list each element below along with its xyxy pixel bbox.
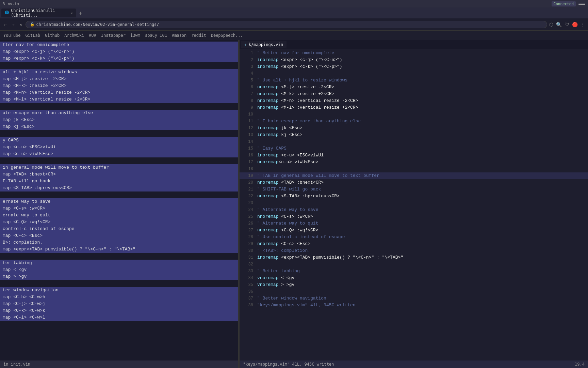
left-code-line bbox=[0, 157, 238, 164]
tab-label: ChristianChiarulli (Christi... bbox=[11, 9, 67, 17]
line-content bbox=[257, 70, 260, 77]
bookmark-item[interactable]: Amazon bbox=[172, 33, 186, 38]
line-number: 33 bbox=[242, 268, 253, 275]
nvim-code-line: 4 bbox=[240, 70, 588, 77]
nvim-label: nv.im bbox=[8, 2, 19, 6]
line-content bbox=[257, 200, 260, 206]
bookmark-item[interactable]: YouTube bbox=[3, 33, 21, 38]
top-bar-right: Connected ▬▬▬ bbox=[552, 1, 585, 6]
tab-bar: 🌐 ChristianChiarulli (Christi... ✕ + bbox=[0, 7, 588, 18]
bookmark-item[interactable]: DeepSpeech... bbox=[211, 33, 243, 38]
nvim-active-tab[interactable]: + k/mappings.vim bbox=[241, 41, 287, 48]
left-code-line: map <expr><TAB> pumvisible() ? "\<C-n>" … bbox=[0, 246, 238, 253]
new-tab-button[interactable]: + bbox=[77, 10, 84, 16]
bookmark-item[interactable]: Github bbox=[45, 33, 60, 38]
line-number: 22 bbox=[242, 193, 253, 200]
line-number: 37 bbox=[242, 295, 253, 302]
left-code-line: F-TAB will go back bbox=[0, 178, 238, 185]
nvim-code-line: 3inoremap <expr> <c-k> ("\<C-p>") bbox=[240, 63, 588, 70]
line-number: 30 bbox=[242, 247, 253, 254]
nvim-code-line: 33" Better tabbing bbox=[240, 268, 588, 275]
line-number: 12 bbox=[242, 125, 253, 132]
left-footer-text: in init.vim bbox=[3, 362, 30, 367]
browser-content-pane: tter nav for omnicompletemap <expr> <c-j… bbox=[0, 40, 238, 368]
left-code-line: ate escape more than anything else bbox=[0, 110, 238, 117]
nvim-code-line: 23 bbox=[240, 200, 588, 206]
nvim-code-line: 14 bbox=[240, 138, 588, 145]
line-content: " Use control-c instead of escape bbox=[257, 234, 345, 241]
left-code-line: map <M-h> :vertical resize -2<CR> bbox=[0, 89, 238, 96]
line-number: 19 bbox=[242, 172, 253, 179]
line-content: nnoremap<c-u> viwU<Esc> bbox=[257, 159, 318, 166]
line-number: 13 bbox=[242, 132, 253, 138]
nvim-code-line: 37" Better window navigation bbox=[240, 295, 588, 302]
line-number: 4 bbox=[242, 70, 253, 77]
line-number: 36 bbox=[242, 288, 253, 295]
left-code-line: map > >gv bbox=[0, 273, 238, 280]
line-number: 20 bbox=[242, 179, 253, 186]
forward-button[interactable]: → bbox=[10, 21, 16, 28]
left-code-line: map jk <Esc> bbox=[0, 117, 238, 123]
line-content: " <TAB>: completion. bbox=[257, 247, 310, 254]
tab-favicon: 🌐 bbox=[5, 11, 9, 15]
neovim-pane: + k/mappings.vim 1" Better nav for omnic… bbox=[240, 40, 588, 368]
left-code-line bbox=[0, 62, 238, 69]
line-content: " Alternate way to save bbox=[257, 206, 318, 213]
left-code-line: alt + hjkl to resize windows bbox=[0, 69, 238, 76]
bookmarks-bar: YouTubeGitLabGithubArchWikiAURInstapaper… bbox=[0, 31, 588, 40]
line-content: " Use alt + hjkl to resize windows bbox=[257, 77, 347, 84]
alert-icon[interactable]: 🔴 bbox=[572, 22, 578, 27]
left-code-line bbox=[0, 130, 238, 137]
left-code-line: map kj <Esc> bbox=[0, 123, 238, 130]
line-content: inoremap <expr> <c-k> ("\<C-p>") bbox=[257, 63, 342, 70]
line-number: 23 bbox=[242, 200, 253, 206]
line-content: inoremap <expr><TAB> pumvisible() ? "\<C… bbox=[257, 254, 403, 261]
bookmark-item[interactable]: AUR bbox=[89, 33, 96, 38]
left-code-content: tter nav for omnicompletemap <expr> <c-j… bbox=[0, 40, 238, 368]
bookmark-item[interactable]: GitLab bbox=[26, 33, 40, 38]
bookmark-item[interactable]: reddit bbox=[191, 33, 206, 38]
reload-button[interactable]: ↻ bbox=[18, 21, 23, 28]
line-content: nnoremap <C-s> :w<CR> bbox=[257, 213, 313, 220]
tab-close-button[interactable]: ✕ bbox=[71, 11, 73, 15]
nvim-code-line: 31inoremap <expr><TAB> pumvisible() ? "\… bbox=[240, 254, 588, 261]
bookmark-item[interactable]: Instapaper bbox=[101, 33, 126, 38]
left-code-line: map <M-j> :resize -2<CR> bbox=[0, 76, 238, 82]
line-number: 9 bbox=[242, 104, 253, 111]
address-bar: ← → ↻ 🔒 chrisatmachine.com/Neovim/02-vim… bbox=[0, 18, 588, 31]
line-number: 32 bbox=[242, 261, 253, 268]
main-content: tter nav for omnicompletemap <expr> <c-j… bbox=[0, 40, 588, 368]
line-content: " Easy CAPS bbox=[257, 145, 287, 152]
line-number: 2 bbox=[242, 57, 253, 63]
bookmark-item[interactable]: ArchWiki bbox=[64, 33, 84, 38]
back-button[interactable]: ← bbox=[3, 21, 8, 28]
line-number: 5 bbox=[242, 77, 253, 84]
menu-icon[interactable]: ⋮ bbox=[581, 22, 585, 27]
bookmark-item[interactable]: i3wm bbox=[130, 33, 140, 38]
nvim-code-line: 28" Use control-c instead of escape bbox=[240, 234, 588, 241]
nvim-code-line: 29nnoremap <C-c> <Esc> bbox=[240, 241, 588, 247]
shield-icon[interactable]: 🛡 bbox=[565, 22, 569, 27]
browser-actions: ⬡ 🔍 🛡 🔴 ⋮ bbox=[549, 22, 585, 27]
line-content: " TAB in general mode will move to text … bbox=[257, 172, 379, 179]
active-browser-tab[interactable]: 🌐 ChristianChiarulli (Christi... ✕ bbox=[1, 9, 76, 17]
nvim-editor[interactable]: 1" Better nav for omnicomplete2inoremap … bbox=[240, 49, 588, 361]
line-number: 38 bbox=[242, 302, 253, 309]
nvim-code-line: 16inoremap <c-u> <ESC>viwUi bbox=[240, 152, 588, 159]
nvim-code-line: 35vnoremap > >gv bbox=[240, 281, 588, 288]
left-code-line bbox=[0, 191, 238, 198]
search-icon[interactable]: 🔍 bbox=[556, 22, 562, 27]
extensions-icon[interactable]: ⬡ bbox=[549, 22, 553, 27]
left-code-line: map <TAB> :bnext<CR> bbox=[0, 171, 238, 178]
line-number: 14 bbox=[242, 138, 253, 145]
nvim-code-line: 6nnoremap <M-j> :resize -2<CR> bbox=[240, 84, 588, 91]
nvim-status-left: "keys/mappings.vim" 41L, 945C written bbox=[243, 362, 334, 367]
nvim-code-line: 26" Alternate way to quit bbox=[240, 220, 588, 227]
bookmark-item[interactable]: spaCy 101 bbox=[145, 33, 167, 38]
url-box[interactable]: 🔒 chrisatmachine.com/Neovim/02-vim-gener… bbox=[26, 21, 547, 28]
line-number: 15 bbox=[242, 145, 253, 152]
line-content: nnoremap <C-Q> :wq!<CR> bbox=[257, 227, 318, 234]
nvim-code-line: 1" Better nav for omnicomplete bbox=[240, 50, 588, 57]
workspace-number: 3 bbox=[3, 2, 5, 6]
nvim-code-line: 21" SHIFT-TAB will go back bbox=[240, 186, 588, 193]
